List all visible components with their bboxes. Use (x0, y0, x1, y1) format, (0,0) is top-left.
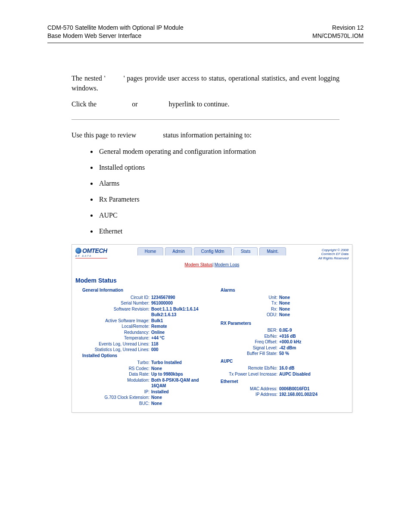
ip-value: Installed (151, 389, 210, 395)
redundancy-value: Online (151, 330, 210, 336)
rx-alarm-label: Rx: (214, 306, 279, 312)
buc-value: None (151, 401, 210, 407)
g703-value: None (151, 395, 210, 401)
tx-alarm-label: Tx: (214, 300, 279, 306)
list-item: Ethernet (97, 226, 339, 236)
redundancy-label: Redundancy: (75, 330, 151, 336)
tx-alarm-value: None (279, 300, 349, 306)
intro-para-2: Click theorhyperlink to continue. (72, 99, 339, 109)
nav-tabs: Home Admin Config Mdm Stats Maint. (137, 247, 286, 256)
local-remote-label: Local/Remote: (75, 324, 151, 330)
modulation-label: Modulation: (75, 377, 151, 389)
active-image-label: Active Software Image: (75, 318, 151, 324)
data-rate-label: Data Rate: (75, 371, 151, 377)
serial-value: 961000000 (151, 300, 210, 306)
header-left-1: CDM-570 Satellite Modem with Optional IP… (47, 24, 184, 32)
ip-address-value: 192.168.001.002/24 (279, 392, 349, 398)
mac-label: MAC Address: (214, 386, 279, 392)
use-para: Use this page to reviewstatus informatio… (72, 130, 339, 140)
odu-alarm-value: None (279, 312, 349, 318)
list-item: General modem operating and configuratio… (97, 146, 339, 156)
general-info-header: General Information (82, 287, 210, 294)
tx-power-label: Tx Power Level Increase: (214, 371, 279, 377)
signal-level-value: -42 dBm (279, 345, 349, 351)
temperature-label: Temperature: (75, 335, 151, 341)
rx-params-header: RX Parameters (221, 320, 349, 327)
stats-unread-value: 000 (151, 347, 210, 353)
rs-codec-label: RS Codec: (75, 366, 151, 372)
software-rev-label: Software Revision: (75, 306, 151, 318)
header-left-2: Base Modem Web Server Interface (47, 32, 184, 40)
subnav-logs[interactable]: Modem Logs (215, 262, 240, 267)
data-rate-value: Up to 9980kbps (151, 371, 210, 377)
buffer-fill-value: 50 % (279, 351, 349, 357)
list-item: Installed options (97, 162, 339, 172)
ip-address-label: IP Address: (214, 392, 279, 398)
software-rev-value: Boot:1.1.1 Bulk1:1.6.14 Bulk2:1.6.13 (151, 306, 210, 318)
tab-stats[interactable]: Stats (234, 247, 258, 256)
circuit-id-value: 1234567890 (151, 295, 210, 301)
tx-power-value: AUPC Disabled (279, 371, 349, 377)
list-item: Alarms (97, 178, 339, 188)
modem-status-screenshot: OMTECH EF DATA Home Admin Config Mdm Sta… (72, 244, 352, 413)
rs-codec-value: None (151, 366, 210, 372)
tab-admin[interactable]: Admin (165, 247, 192, 256)
header-right-2: MN/CDM570L.IOM (312, 32, 364, 40)
buffer-fill-label: Buffer Fill State: (214, 351, 279, 357)
freq-offset-value: +000.0 kHz (279, 339, 349, 345)
circuit-id-label: Circuit ID: (75, 295, 151, 301)
modulation-value: Both 8-PSK/8-QAM and 16QAM (151, 377, 210, 389)
logo: OMTECH (75, 246, 107, 255)
header-rule (47, 43, 364, 43)
list-item: Rx Parameters (97, 194, 339, 204)
ber-value: 0.0E-9 (279, 327, 349, 333)
ip-label: IP: (75, 389, 151, 395)
list-item: AUPC (97, 210, 339, 220)
signal-level-label: Signal Level: (214, 345, 279, 351)
ebno-label: Eb/No: (214, 333, 279, 339)
alarms-header: Alarms (221, 287, 349, 294)
serial-label: Serial Number: (75, 300, 151, 306)
bullet-list: General modem operating and configuratio… (97, 146, 339, 236)
header-right-1: Revision 12 (312, 24, 364, 32)
ber-label: BER: (214, 327, 279, 333)
g703-label: G.703 Clock Extension: (75, 395, 151, 401)
installed-options-header: Installed Options (82, 353, 210, 359)
turbo-value: Turbo Installed (151, 360, 210, 366)
temperature-value: +44 °C (151, 335, 210, 341)
globe-icon (75, 248, 81, 254)
tab-config[interactable]: Config Mdm (194, 247, 232, 256)
rx-alarm-value: None (279, 306, 349, 312)
tab-home[interactable]: Home (137, 247, 164, 256)
unit-alarm-value: None (279, 295, 349, 301)
section-rule (72, 119, 339, 120)
copyright: Copyright © 2008 Comtech EF Data All Rig… (318, 246, 349, 261)
local-remote-value: Remote (151, 324, 210, 330)
events-unread-label: Events Log, Unread Lines: (75, 341, 151, 347)
intro-para-1: The nested '' pages provide user access … (72, 73, 339, 93)
tab-maint[interactable]: Maint. (259, 247, 286, 256)
odu-alarm-label: ODU: (214, 312, 279, 318)
remote-ebno-label: Remote Eb/No: (214, 365, 279, 371)
page-header: CDM-570 Satellite Modem with Optional IP… (47, 24, 364, 40)
ebno-value: +016 dB (279, 333, 349, 339)
freq-offset-label: Freq Offset: (214, 339, 279, 345)
active-image-value: Bulk1 (151, 318, 210, 324)
remote-ebno-value: 16.0 dB (279, 365, 349, 371)
mac-value: 0006B0016FD1 (279, 386, 349, 392)
ethernet-header: Ethernet (221, 379, 349, 385)
subnav-status[interactable]: Modem Status (185, 262, 212, 267)
events-unread-value: 118 (151, 341, 210, 347)
sub-nav: Modem Status|Modem Logs (72, 260, 352, 269)
aupc-header: AUPC (221, 358, 349, 365)
turbo-label: Turbo: (75, 360, 151, 366)
stats-unread-label: Statistics Log, Unread Lines: (75, 347, 151, 353)
section-title: Modem Status (72, 269, 352, 287)
unit-alarm-label: Unit: (214, 295, 279, 301)
buc-label: BUC: (75, 401, 151, 407)
